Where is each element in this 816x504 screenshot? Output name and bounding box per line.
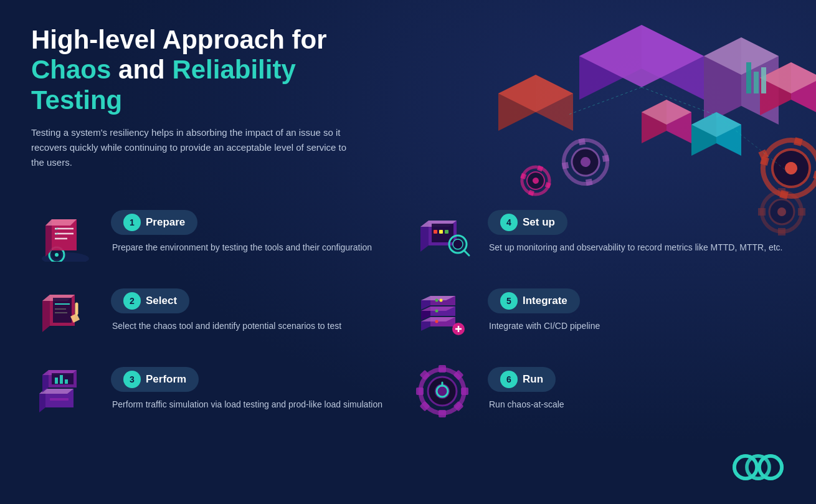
svg-text:✓: ✓ [55,231,59,237]
step-5-title: Integrate [523,295,567,307]
step-2-content: 2 Select Select the chaos tool and ident… [111,285,408,333]
step-6: 6 Run Run chaos-at-scale [408,352,785,430]
step-3-content: 3 Perform Perform traffic simulation via… [111,363,408,412]
step-4: 4 Set up Set up monitoring and observabi… [408,195,785,273]
step-2-label: 2 Select [111,288,408,313]
svg-rect-107 [55,378,58,384]
svg-point-97 [439,298,442,302]
infinity-logo [732,450,785,484]
step-5-description: Integrate with CI/CD pipeline [489,320,785,333]
svg-rect-119 [419,369,430,380]
step-3-pill: 3 Perform [111,367,199,392]
svg-rect-71 [439,230,443,234]
svg-rect-108 [60,375,63,384]
step-6-description: Run chaos-at-scale [489,398,785,412]
step-5-pill: 5 Integrate [488,288,580,313]
step-1-label: 1 Prepare [111,210,408,235]
step-5-label: 5 Integrate [488,288,785,313]
header-section: High-level Approach for Chaos and Reliab… [31,25,380,170]
svg-line-75 [464,250,469,255]
svg-rect-116 [461,388,468,395]
step-3-description: Perform traffic simulation via load test… [112,398,408,412]
logo-area [732,450,785,487]
step-5-content: 5 Integrate Integrate with CI/CD pipelin… [488,285,785,333]
svg-point-96 [435,298,438,302]
step-5-number: 5 [500,292,518,310]
step-1: ✓ ✓ 1 Prepare Prepare the environment by… [31,195,408,273]
page-subtitle: Testing a system's resiliency helps in a… [31,125,355,170]
step-4-pill: 4 Set up [488,210,567,235]
step-1-pill: 1 Prepare [111,210,197,235]
step-4-label: 4 Set up [488,210,785,235]
svg-rect-110 [50,398,69,401]
step-5-icon [408,285,477,341]
page-title: High-level Approach for Chaos and Reliab… [31,25,380,115]
main-content: High-level Approach for Chaos and Reliab… [0,0,816,455]
step-1-content: 1 Prepare Prepare the environment by tes… [111,206,408,255]
step-4-description: Set up monitoring and observability to r… [489,241,785,255]
title-line1: High-level Approach for [31,25,327,54]
step-3-title: Perform [146,373,186,386]
step-4-icon [408,206,477,262]
step-6-label: 6 Run [488,367,785,392]
step-6-number: 6 [500,371,518,388]
step-2: 2 Select Select the chaos tool and ident… [31,273,408,352]
step-3-number: 3 [123,371,141,388]
step-3-label: 3 Perform [111,367,408,392]
svg-point-74 [453,239,463,249]
step-6-title: Run [523,373,543,386]
step-4-number: 4 [500,214,518,231]
svg-rect-114 [439,365,446,373]
svg-rect-72 [445,230,448,234]
step-6-pill: 6 Run [488,367,556,392]
step-2-description: Select the chaos tool and identify poten… [112,320,408,333]
title-and: and [111,55,172,84]
step-1-icon: ✓ ✓ [31,206,100,262]
step-2-title: Select [146,295,177,307]
svg-rect-117 [416,388,424,395]
step-1-number: 1 [123,214,141,231]
step-6-content: 6 Run Run chaos-at-scale [488,363,785,412]
step-6-icon [408,363,477,419]
step-2-pill: 2 Select [111,288,189,313]
step-5: 5 Integrate Integrate with CI/CD pipelin… [408,273,785,352]
step-4-title: Set up [523,216,555,229]
svg-point-98 [435,309,438,312]
svg-rect-109 [65,379,68,384]
step-3-icon [31,363,100,419]
svg-rect-70 [434,230,437,234]
step-2-number: 2 [123,292,141,310]
svg-rect-115 [439,410,446,417]
step-4-content: 4 Set up Set up monitoring and observabi… [488,206,785,255]
svg-point-99 [435,320,438,323]
step-2-icon [31,285,100,341]
step-1-title: Prepare [146,216,185,229]
step-1-description: Prepare the environment by testing the t… [112,241,408,255]
svg-point-57 [55,253,59,257]
title-chaos: Chaos [31,55,111,84]
steps-grid: ✓ ✓ 1 Prepare Prepare the environment by… [31,195,785,430]
step-3: 3 Perform Perform traffic simulation via… [31,352,408,430]
svg-marker-79 [53,298,72,323]
